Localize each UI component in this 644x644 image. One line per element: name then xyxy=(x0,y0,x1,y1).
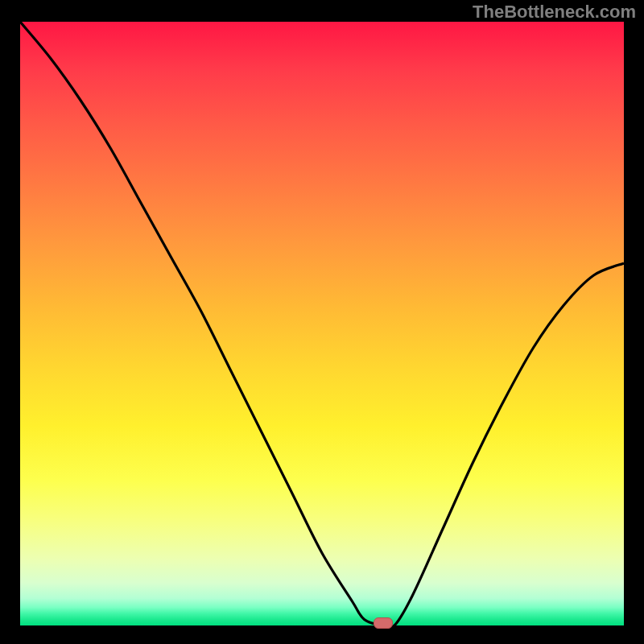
chart-container: TheBottleneck.com xyxy=(0,0,644,644)
bottleneck-curve-path xyxy=(20,22,624,625)
curve-svg xyxy=(20,22,624,625)
optimal-marker xyxy=(374,617,393,629)
watermark-text: TheBottleneck.com xyxy=(473,2,636,23)
plot-area xyxy=(20,22,624,625)
